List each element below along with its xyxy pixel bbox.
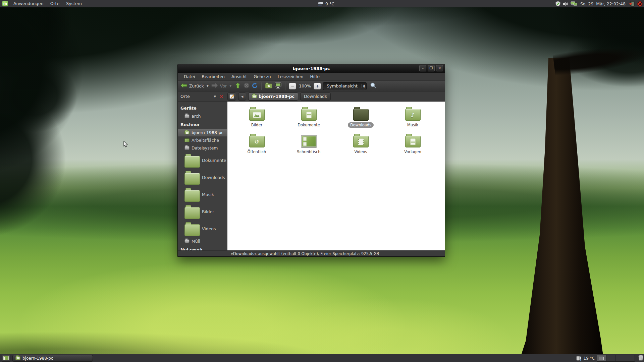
file-label: Vorlagen [402,149,424,155]
home-button[interactable] [265,82,272,89]
power-icon[interactable] [637,1,643,7]
up-button[interactable] [235,82,240,89]
sidebar-item-videos[interactable]: Videos [178,220,227,237]
path-button[interactable]: bjoern-1988-pc [248,93,298,101]
weather-applet[interactable]: 9 °C [318,0,334,7]
sidebar-item-dokumente[interactable]: Dokumente [178,152,227,169]
search-icon[interactable] [370,82,377,90]
forward-history-caret-icon[interactable]: ▼ [229,84,232,87]
file-label: Öffentlich [245,149,269,155]
folder-glyph-pictures [253,112,261,118]
zoom-out-button[interactable]: − [289,83,296,89]
status-text: »Downloads« ausgewählt (enthält 0 Objekt… [231,251,379,256]
back-arrow-icon [180,83,187,89]
workspace-1[interactable] [597,355,606,361]
file-label: Musik [405,122,421,128]
window-content: GerätearchRechnerbjoern-1988-pcArbeitsfl… [178,102,445,250]
system-tray: So, 29. Mär, 22:02:48 [555,0,643,7]
file-manager-window: bjoern-1988-pc – ❐ ✕ DateiBearbeitenAnsi… [177,64,445,257]
sidebar-item-label: arch [192,114,201,119]
file-item--ffentlich[interactable]: ↺Öffentlich [231,133,283,160]
folder-icon [184,156,200,168]
chevron-left-icon: ◀ [241,95,244,98]
menubar-item[interactable]: Bearbeiten [198,73,228,81]
back-history-caret-icon[interactable]: ▼ [206,84,209,87]
computer-button[interactable] [274,82,282,90]
menubar-item[interactable]: Ansicht [228,73,250,81]
computer-icon [252,95,257,98]
file-item-videos[interactable]: Videos [335,133,387,160]
top-menu-system[interactable]: System [63,0,85,7]
sidebar-item-label: Videos [202,226,216,231]
taskbar-window-label: bjoern-1988-pc [22,356,53,361]
statusbar: »Downloads« ausgewählt (enthält 0 Objekt… [178,250,445,256]
network-icon[interactable] [571,1,577,6]
folder-icon [184,173,200,185]
workspace-4[interactable] [625,355,635,361]
file-item-dokumente[interactable]: Dokumente [283,106,335,133]
sidebar-item-label: Dateisystem [192,145,218,150]
window-titlebar[interactable]: bjoern-1988-pc – ❐ ✕ [178,64,445,73]
logout-icon[interactable] [629,1,635,7]
sidebar-item-arbeitsfl-che[interactable]: Arbeitsfläche [178,136,227,144]
sidebar-item-label: Müll [192,239,200,244]
sidebar-item-musik[interactable]: Musik [178,186,227,203]
sidebar-item-downloads[interactable]: Downloads [178,169,227,186]
file-item-downloads[interactable]: Downloads [335,106,387,133]
file-view[interactable]: BilderDokumenteDownloads♪Musik↺Öffentlic… [227,102,445,250]
spinner-arrows-icon[interactable]: ▲▼ [361,84,365,88]
forward-button[interactable]: Vor ▼ [211,83,232,89]
minimize-button[interactable]: – [419,65,426,71]
maximize-button[interactable]: ❐ [428,65,435,71]
mint-logo-icon[interactable]: m [2,1,8,6]
menubar-item[interactable]: Gehe zu [250,73,274,81]
workspace-2[interactable] [606,355,616,361]
view-mode-select[interactable]: Symbolansicht ▲▼ [323,82,367,90]
back-button[interactable]: Zurück ▼ [180,83,209,89]
window-title: bjoern-1988-pc [178,66,445,71]
path-scroll-left-button[interactable]: ◀ [238,93,246,101]
volume-icon[interactable] [563,1,568,6]
computer-icon [184,131,190,134]
show-desktop-button[interactable] [2,355,10,362]
sidebar-item-dateisystem[interactable]: Dateisystem [178,144,227,152]
edit-location-button[interactable] [227,93,236,101]
toolbar-separator [261,82,262,90]
refresh-button[interactable] [252,82,258,90]
sidebar-item-bjoern-1988-pc[interactable]: bjoern-1988-pc [178,129,227,136]
top-menu-anwendungen[interactable]: Anwendungen [10,0,47,7]
trash-icon[interactable] [638,355,643,362]
zoom-in-button[interactable]: + [314,83,321,89]
file-item-schreibtisch[interactable]: Schreibtisch [283,133,335,160]
sidebar-item-label: Arbeitsfläche [192,138,219,143]
places-selector[interactable]: Orte ▼ ✕ [178,94,227,99]
sidebar-item-m-ll[interactable]: Müll [178,237,227,245]
file-item-bilder[interactable]: Bilder [231,106,283,133]
folder-documents-icon [301,109,317,121]
folder-music-icon: ♪ [405,109,421,121]
close-sidebar-icon[interactable]: ✕ [218,94,225,99]
file-item-vorlagen[interactable]: Vorlagen [387,133,439,160]
taskbar-window-button[interactable]: bjoern-1988-pc [12,355,93,362]
menubar-item[interactable]: Lesezeichen [274,73,307,81]
workspace-3[interactable] [616,355,625,361]
close-button[interactable]: ✕ [436,65,443,71]
places-selector-value: Orte [180,94,190,99]
file-grid: BilderDokumenteDownloads♪Musik↺Öffentlic… [231,106,445,160]
path-button[interactable]: Downloads [300,93,331,101]
sidebar-item-bilder[interactable]: Bilder [178,203,227,220]
panel-clock[interactable]: So, 29. Mär, 22:02:48 [580,1,626,6]
top-menu-orte[interactable]: Orte [47,0,63,7]
mouse-cursor [123,141,128,149]
folder-glyph-documents [306,112,311,118]
menubar-item[interactable]: Hilfe [307,73,323,81]
sidebar-section-header: Geräte [178,104,227,112]
stop-button[interactable] [244,82,250,89]
toolbar: Zurück ▼ Vor ▼ − 100% + Symbolansicht ▲▼ [178,81,445,92]
location-bar: Orte ▼ ✕ ◀ bjoern-1988-pcDownloads [178,92,445,102]
trash-icon [184,239,190,243]
shield-check-icon[interactable] [555,1,560,6]
sidebar-item-arch[interactable]: arch [178,112,227,120]
menubar-item[interactable]: Datei [180,73,198,81]
file-item-musik[interactable]: ♪Musik [387,106,439,133]
